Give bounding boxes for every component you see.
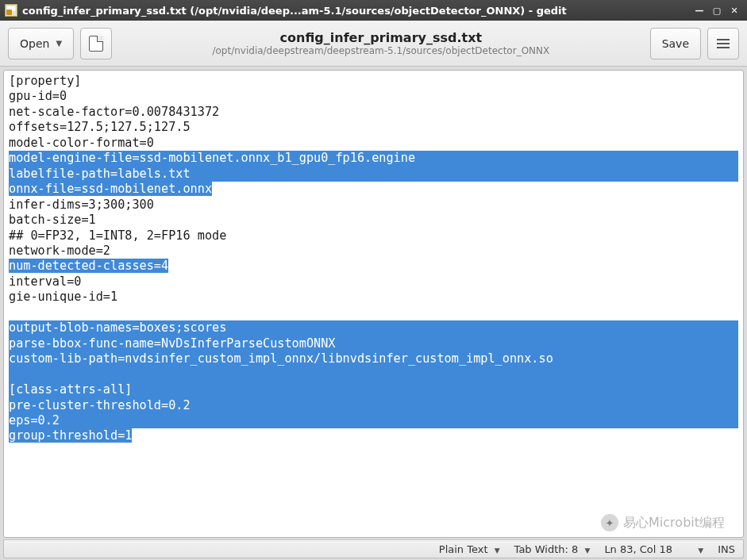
editor-line[interactable]: model-color-format=0 — [9, 136, 738, 151]
editor-line[interactable]: gie-unique-id=1 — [9, 290, 738, 305]
tabwidth-selector[interactable]: Tab Width: 8 ▼ — [514, 543, 591, 555]
syntax-selector[interactable]: Plain Text ▼ — [439, 543, 500, 555]
window-title: config_infer_primary_ssd.txt (/opt/nvidi… — [22, 5, 690, 17]
save-button[interactable]: Save — [650, 28, 701, 59]
editor-line[interactable]: network-mode=2 — [9, 244, 738, 259]
menu-button[interactable] — [707, 28, 739, 59]
editor-line[interactable]: eps=0.2 — [9, 413, 738, 428]
editor-line[interactable]: labelfile-path=labels.txt — [9, 167, 738, 182]
editor-line[interactable] — [9, 367, 738, 382]
save-button-label: Save — [662, 37, 689, 50]
chevron-down-icon: ▼ — [698, 547, 703, 554]
document-filename: config_infer_primary_ssd.txt — [118, 30, 644, 45]
cursor-position: Ln 83, Col 18 ▼ — [604, 543, 703, 555]
chevron-down-icon: ▼ — [495, 547, 500, 554]
editor-line[interactable]: offsets=127.5;127.5;127.5 — [9, 120, 738, 135]
editor-line[interactable]: group-threshold=1 — [9, 428, 738, 443]
open-button[interactable]: Open ▼ — [8, 28, 74, 59]
editor-line[interactable]: [property] — [9, 74, 738, 89]
editor-area[interactable]: [property]gpu-id=0net-scale-factor=0.007… — [3, 70, 744, 538]
maximize-button[interactable]: ▢ — [709, 3, 725, 17]
document-header: config_infer_primary_ssd.txt /opt/nvidia… — [118, 30, 644, 56]
chevron-down-icon: ▼ — [56, 39, 62, 48]
new-document-button[interactable] — [80, 28, 112, 59]
tabwidth-label: Tab Width: 8 — [514, 543, 579, 555]
editor-content[interactable]: [property]gpu-id=0net-scale-factor=0.007… — [4, 71, 743, 447]
document-filepath: /opt/nvidia/deepstream/deepstream-5.1/so… — [118, 45, 644, 56]
chevron-down-icon: ▼ — [584, 547, 590, 554]
hamburger-icon — [717, 43, 730, 44]
editor-line[interactable]: onnx-file=ssd-mobilenet.onnx — [9, 182, 738, 197]
editor-line[interactable]: [class-attrs-all] — [9, 382, 738, 397]
syntax-label: Plain Text — [439, 543, 488, 555]
window-titlebar: config_infer_primary_ssd.txt (/opt/nvidi… — [0, 0, 747, 21]
editor-line[interactable]: model-engine-file=ssd-mobilenet.onnx_b1_… — [9, 151, 738, 166]
editor-line[interactable]: ## 0=FP32, 1=INT8, 2=FP16 mode — [9, 228, 738, 244]
editor-line[interactable]: parse-bbox-func-name=NvDsInferParseCusto… — [9, 336, 738, 351]
editor-line[interactable]: net-scale-factor=0.0078431372 — [9, 105, 738, 120]
new-document-icon — [89, 36, 103, 52]
toolbar: Open ▼ config_infer_primary_ssd.txt /opt… — [0, 21, 747, 67]
minimize-button[interactable]: — — [691, 3, 707, 17]
editor-line[interactable]: custom-lib-path=nvdsinfer_custom_impl_on… — [9, 351, 738, 366]
editor-line[interactable]: num-detected-classes=4 — [9, 259, 738, 274]
statusbar: Plain Text ▼ Tab Width: 8 ▼ Ln 83, Col 1… — [3, 539, 744, 558]
editor-line[interactable] — [9, 305, 738, 320]
app-icon — [5, 4, 17, 17]
editor-line[interactable]: infer-dims=3;300;300 — [9, 198, 738, 213]
editor-line[interactable]: gpu-id=0 — [9, 89, 738, 104]
insert-mode[interactable]: INS — [718, 543, 735, 555]
open-button-label: Open — [20, 37, 49, 50]
editor-line[interactable]: batch-size=1 — [9, 213, 738, 228]
close-button[interactable]: ✕ — [726, 3, 742, 17]
editor-line[interactable]: interval=0 — [9, 274, 738, 290]
editor-line[interactable]: output-blob-names=boxes;scores — [9, 320, 738, 336]
editor-line[interactable]: pre-cluster-threshold=0.2 — [9, 398, 738, 413]
